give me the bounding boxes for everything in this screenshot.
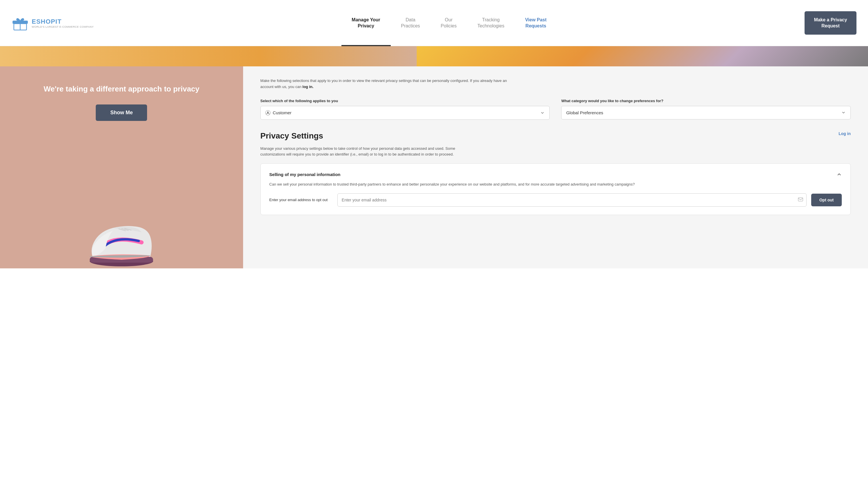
- main-layout: We're taking a different approach to pri…: [0, 66, 868, 268]
- svg-point-8: [267, 111, 269, 113]
- email-icon: [798, 197, 803, 203]
- customer-icon: [265, 110, 271, 115]
- opt-out-row: Enter your email address to opt out Opt …: [269, 193, 842, 207]
- chevron-down-icon: [540, 111, 545, 115]
- nav-item-our-policies[interactable]: Our Policies: [430, 0, 467, 46]
- login-inline-link[interactable]: log in.: [303, 85, 313, 89]
- privacy-card: Selling of my personal information Can w…: [260, 163, 851, 215]
- card-header: Selling of my personal information: [269, 172, 842, 177]
- brand-name: ESHOPIT: [32, 18, 94, 25]
- selector-which-dropdown[interactable]: Customer: [260, 106, 550, 120]
- make-privacy-request-button[interactable]: Make a Privacy Request: [805, 11, 857, 35]
- opt-out-label: Enter your email address to opt out: [269, 198, 333, 202]
- chevron-up-icon[interactable]: [837, 172, 842, 177]
- selector-which-label: Select which of the following applies to…: [260, 99, 550, 103]
- sidebar-headline: We're taking a different approach to pri…: [43, 84, 199, 94]
- selectors-row: Select which of the following applies to…: [260, 99, 851, 120]
- selector-group-applies: Select which of the following applies to…: [260, 99, 550, 120]
- logo-text: ESHOPIT WORLD'S LARGEST E-COMMERCE COMPA…: [32, 18, 94, 28]
- nav-item-data-practices[interactable]: Data Practices: [391, 0, 431, 46]
- card-body-text: Can we sell your personal information to…: [269, 181, 842, 188]
- privacy-settings-title: Privacy Settings: [260, 131, 323, 141]
- shoe-image: [0, 205, 243, 268]
- nav-item-view-past-requests[interactable]: View Past Requests: [515, 0, 557, 46]
- opt-out-button[interactable]: Opt out: [811, 194, 842, 206]
- hero-strip: [0, 46, 868, 66]
- selector-category-value: Global Preferences: [566, 110, 603, 115]
- nav-item-manage-privacy[interactable]: Manage Your Privacy: [341, 0, 391, 46]
- login-link[interactable]: Log in: [839, 131, 851, 136]
- shoe-illustration: [84, 205, 159, 268]
- privacy-settings-desc: Manage your various privacy settings bel…: [260, 146, 479, 158]
- show-me-button[interactable]: Show Me: [96, 105, 147, 121]
- main-nav: Manage Your Privacy Data Practices Our P…: [94, 0, 805, 46]
- sidebar: We're taking a different approach to pri…: [0, 66, 243, 268]
- selector-category-dropdown[interactable]: Global Preferences: [561, 106, 851, 119]
- logo-tagline: WORLD'S LARGEST E-COMMERCE COMPANY: [32, 25, 94, 28]
- card-title: Selling of my personal information: [269, 172, 341, 177]
- intro-text: Make the following selections that apply…: [260, 78, 508, 90]
- header: ESHOPIT WORLD'S LARGEST E-COMMERCE COMPA…: [0, 0, 868, 46]
- nav-item-tracking-technologies[interactable]: Tracking Technologies: [467, 0, 515, 46]
- privacy-settings-section: Privacy Settings Log in Manage your vari…: [260, 131, 851, 215]
- email-input-wrapper: [337, 193, 807, 207]
- logo-icon: [11, 15, 29, 32]
- email-input[interactable]: [337, 193, 807, 207]
- selector-group-category: What category would you like to change p…: [561, 99, 851, 120]
- selector-which-value: Customer: [273, 110, 291, 115]
- logo: ESHOPIT WORLD'S LARGEST E-COMMERCE COMPA…: [11, 15, 94, 32]
- content-area: Make the following selections that apply…: [243, 66, 868, 268]
- svg-rect-9: [798, 198, 803, 201]
- chevron-down-icon-2: [841, 110, 846, 115]
- selector-category-label: What category would you like to change p…: [561, 99, 851, 103]
